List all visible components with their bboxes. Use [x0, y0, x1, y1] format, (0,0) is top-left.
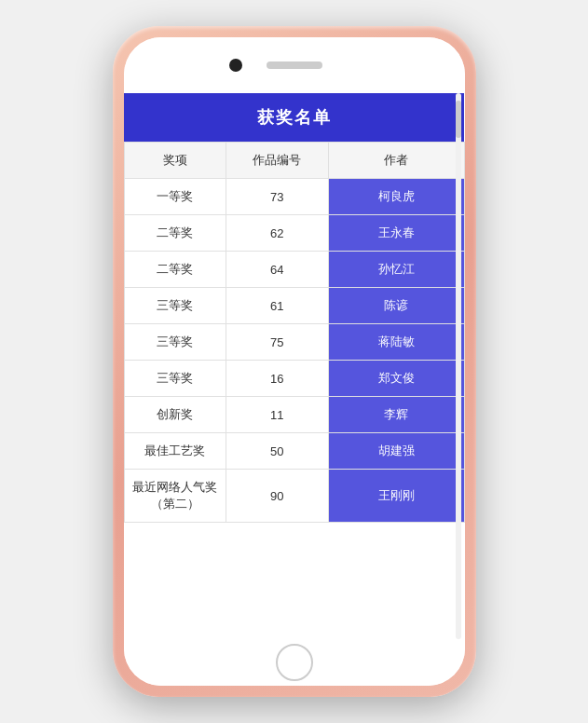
- scrollbar-thumb[interactable]: [456, 101, 461, 138]
- author-cell: 王刚刚: [328, 470, 464, 523]
- number-cell: 75: [226, 324, 329, 361]
- number-cell: 11: [226, 397, 329, 433]
- number-cell: 50: [226, 433, 329, 470]
- table-row: 创新奖11李辉: [124, 397, 464, 433]
- table-row: 最佳工艺奖50胡建强: [124, 433, 464, 470]
- table-header-cell-1: 作品编号: [226, 143, 329, 179]
- home-button[interactable]: [276, 644, 313, 681]
- prize-cell: 三等奖: [124, 324, 226, 361]
- number-cell: 62: [226, 215, 329, 252]
- table-row: 三等奖75蒋陆敏: [124, 324, 464, 361]
- table-row: 二等奖62王永春: [124, 215, 464, 252]
- author-cell: 胡建强: [328, 433, 464, 470]
- table-container[interactable]: 获奖名单奖项作品编号作者一等奖73柯良虎二等奖62王永春二等奖64孙忆江三等奖6…: [124, 93, 465, 639]
- camera-icon: [229, 59, 242, 72]
- phone-screen-container: 获奖名单奖项作品编号作者一等奖73柯良虎二等奖62王永春二等奖64孙忆江三等奖6…: [124, 37, 465, 686]
- prize-cell: 一等奖: [124, 179, 226, 215]
- number-cell: 73: [226, 179, 329, 215]
- table-row: 最近网络人气奖（第二）90王刚刚: [124, 470, 464, 523]
- scrollbar-track: [456, 93, 461, 639]
- prize-cell: 二等奖: [124, 252, 226, 288]
- table-row: 一等奖73柯良虎: [124, 179, 464, 215]
- number-cell: 61: [226, 288, 329, 324]
- table-row: 三等奖16郑文俊: [124, 361, 464, 397]
- table-title-row: 获奖名单: [124, 93, 464, 143]
- prize-cell: 创新奖: [124, 397, 226, 433]
- prize-cell: 二等奖: [124, 215, 226, 252]
- table-header-row: 奖项作品编号作者: [124, 143, 464, 179]
- prize-cell: 最近网络人气奖（第二）: [124, 470, 226, 523]
- awards-table: 获奖名单奖项作品编号作者一等奖73柯良虎二等奖62王永春二等奖64孙忆江三等奖6…: [124, 93, 465, 523]
- number-cell: 90: [226, 470, 329, 523]
- number-cell: 16: [226, 361, 329, 397]
- phone-device: 获奖名单奖项作品编号作者一等奖73柯良虎二等奖62王永春二等奖64孙忆江三等奖6…: [113, 26, 476, 697]
- phone-bottom-bar: [124, 639, 465, 686]
- table-title: 获奖名单: [124, 93, 464, 143]
- author-cell: 陈谚: [328, 288, 464, 324]
- number-cell: 64: [226, 252, 329, 288]
- author-cell: 孙忆江: [328, 252, 464, 288]
- table-header-cell-0: 奖项: [124, 143, 226, 179]
- phone-top-bar: [124, 37, 465, 93]
- table-row: 三等奖61陈谚: [124, 288, 464, 324]
- table-header-cell-2: 作者: [328, 143, 464, 179]
- speaker: [267, 61, 322, 69]
- author-cell: 郑文俊: [328, 361, 464, 397]
- author-cell: 柯良虎: [328, 179, 464, 215]
- author-cell: 李辉: [328, 397, 464, 433]
- author-cell: 蒋陆敏: [328, 324, 464, 361]
- prize-cell: 最佳工艺奖: [124, 433, 226, 470]
- phone-screen: 获奖名单奖项作品编号作者一等奖73柯良虎二等奖62王永春二等奖64孙忆江三等奖6…: [124, 93, 465, 639]
- table-row: 二等奖64孙忆江: [124, 252, 464, 288]
- prize-cell: 三等奖: [124, 361, 226, 397]
- author-cell: 王永春: [328, 215, 464, 252]
- prize-cell: 三等奖: [124, 288, 226, 324]
